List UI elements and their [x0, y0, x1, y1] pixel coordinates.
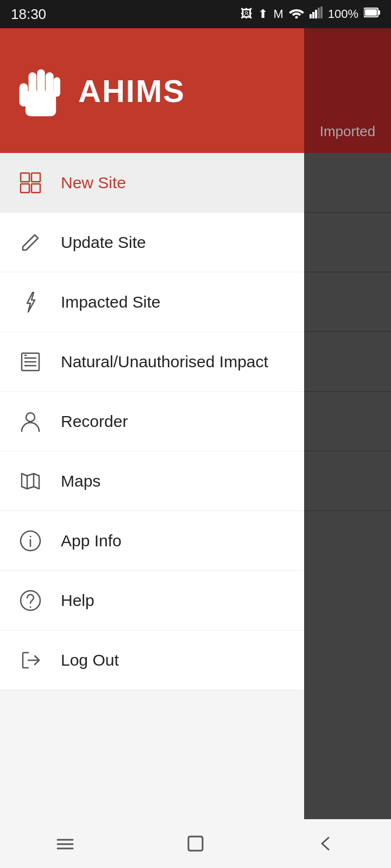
logout-icon [16, 646, 45, 674]
svg-rect-40 [188, 837, 203, 851]
map-icon [16, 467, 45, 495]
gallery-icon: 🖼 [241, 7, 253, 21]
pencil-icon [16, 228, 45, 257]
back-button[interactable] [299, 827, 353, 860]
svg-rect-17 [21, 184, 29, 193]
menu-item-recorder[interactable]: Recorder [0, 392, 304, 451]
menu-item-new-site[interactable]: New Site [0, 153, 304, 213]
svg-point-0 [295, 16, 298, 19]
menu-item-help[interactable]: Help [0, 571, 304, 630]
svg-rect-8 [378, 10, 380, 15]
svg-rect-14 [54, 77, 60, 97]
svg-rect-10 [20, 84, 28, 107]
upload-icon: ⬆ [258, 7, 268, 21]
svg-rect-11 [29, 72, 37, 95]
svg-rect-4 [318, 8, 320, 18]
menu-item-maps[interactable]: Maps [0, 451, 304, 511]
maps-label: Maps [61, 472, 100, 490]
grid-icon [16, 169, 45, 197]
signal-icon [310, 7, 323, 22]
app-info-label: App Info [61, 532, 122, 550]
svg-rect-3 [315, 10, 317, 18]
svg-rect-7 [365, 9, 377, 16]
battery-icon [364, 7, 380, 21]
impacted-site-label: Impacted Site [61, 293, 160, 311]
help-label: Help [61, 591, 94, 610]
question-icon [16, 586, 45, 615]
natural-unauthorised-label: Natural/Unauthorised Impact [61, 353, 268, 371]
svg-point-33 [30, 535, 31, 537]
menu-item-log-out[interactable]: Log Out [0, 630, 304, 690]
lightning-icon [16, 288, 45, 316]
svg-rect-18 [31, 184, 40, 193]
battery-percentage: 100% [328, 7, 358, 21]
info-icon [16, 527, 45, 555]
svg-marker-28 [22, 474, 39, 489]
drawer-menu: New Site Update Site Impacted Site [0, 153, 304, 868]
menu-item-impacted-site[interactable]: Impacted Site [0, 272, 304, 332]
svg-rect-15 [21, 173, 29, 182]
menu-item-natural-unauthorised[interactable]: Natural/Unauthorised Impact [0, 332, 304, 392]
status-icons: 🖼 ⬆ M 100% [241, 7, 380, 22]
imported-section: Imported [304, 28, 391, 153]
navigation-drawer: AHIMS New Site Update Site [0, 28, 304, 868]
imported-label-text: Imported [320, 123, 376, 140]
list-icon [16, 348, 45, 376]
status-bar: 18:30 🖼 ⬆ M 100% [0, 0, 391, 28]
menu-item-app-info[interactable]: App Info [0, 511, 304, 571]
svg-point-27 [26, 413, 35, 422]
drawer-overlay[interactable] [304, 28, 391, 868]
svg-rect-1 [310, 14, 312, 18]
svg-rect-12 [37, 69, 45, 95]
recorder-label: Recorder [61, 412, 128, 431]
update-site-label: Update Site [61, 233, 146, 252]
app-logo-icon [16, 66, 65, 115]
new-site-label: New Site [61, 174, 126, 192]
recent-apps-button[interactable] [38, 827, 92, 860]
wifi-icon [289, 7, 304, 22]
svg-rect-16 [31, 173, 40, 182]
gmail-icon: M [273, 7, 283, 21]
menu-item-update-site[interactable]: Update Site [0, 213, 304, 272]
svg-rect-5 [320, 7, 323, 18]
person-icon [16, 407, 45, 436]
app-title: AHIMS [78, 73, 185, 109]
drawer-header: AHIMS [0, 28, 304, 153]
nav-bar [0, 819, 391, 868]
home-button[interactable] [168, 827, 223, 860]
svg-rect-13 [46, 72, 54, 95]
svg-rect-2 [312, 12, 314, 18]
log-out-label: Log Out [61, 651, 119, 669]
svg-point-35 [30, 606, 31, 608]
status-time: 18:30 [11, 6, 46, 23]
